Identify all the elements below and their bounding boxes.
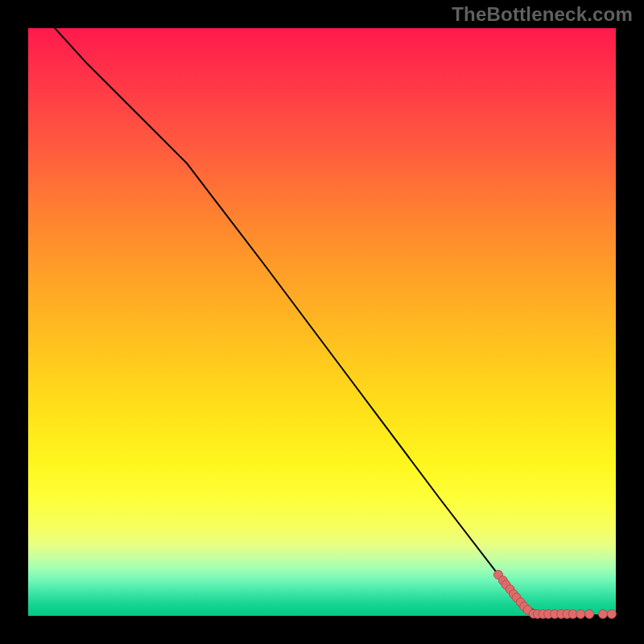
data-point (576, 609, 585, 618)
watermark-text: TheBottleneck.com (452, 3, 633, 26)
data-points-group (494, 570, 617, 618)
data-point (598, 609, 607, 618)
data-point (607, 609, 616, 618)
chart-overlay (28, 28, 616, 616)
bottleneck-curve (28, 0, 616, 615)
chart-frame: TheBottleneck.com (0, 0, 644, 644)
data-point (585, 609, 594, 618)
